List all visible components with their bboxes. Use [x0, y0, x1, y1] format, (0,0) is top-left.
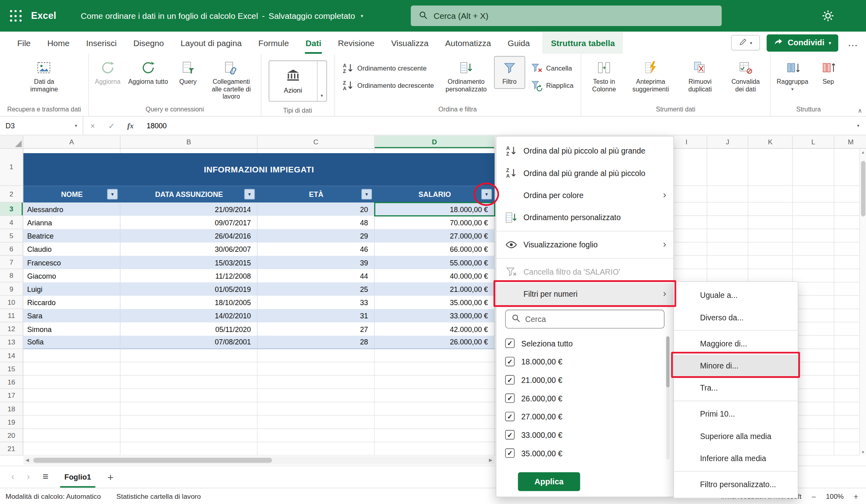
- ribbon-tab-automatizza[interactable]: Automatizza: [437, 32, 499, 54]
- column-header-a[interactable]: A: [23, 136, 120, 148]
- cell[interactable]: 66.000,00 €: [375, 243, 495, 256]
- riapplica-button[interactable]: Riapplica: [527, 78, 577, 93]
- filtro-button[interactable]: Filtro: [494, 56, 525, 89]
- filter-value-35-000-00[interactable]: ✓35.000,00 €: [505, 444, 673, 462]
- ribbon-tab-formule[interactable]: Formule: [250, 32, 297, 54]
- ribbon-tab-file[interactable]: File: [9, 32, 39, 54]
- row-header-13[interactable]: 13: [0, 336, 23, 349]
- cell[interactable]: 44: [258, 269, 375, 282]
- search-box[interactable]: Cerca (Alt + X): [411, 6, 722, 26]
- next-sheet-icon[interactable]: ›: [21, 472, 36, 483]
- ribbon-tab-struttura-tabella[interactable]: Struttura tabella: [543, 32, 623, 54]
- row-header-15[interactable]: 15: [0, 362, 23, 376]
- cell[interactable]: 31: [258, 309, 375, 322]
- filter-value-18-000-00[interactable]: ✓18.000,00 €: [505, 352, 673, 371]
- vertical-scrollbar[interactable]: ▲ ▼: [859, 149, 866, 455]
- row-header-18[interactable]: 18: [0, 402, 23, 415]
- scroll-down-icon[interactable]: ▼: [860, 450, 866, 454]
- collegamenti-alle-cartelle-di-lavoro-button[interactable]: Collegamenti alle cartelle di lavoro: [205, 56, 258, 104]
- cell[interactable]: Giacomo: [23, 269, 120, 282]
- name-box[interactable]: D3▾: [0, 117, 83, 135]
- vertical-scroll-thumb[interactable]: [861, 161, 866, 216]
- select-all-button[interactable]: [0, 136, 23, 148]
- checkbox-checked[interactable]: ✓: [505, 375, 515, 385]
- submenu-item-minore-di[interactable]: Minore di...: [674, 354, 798, 376]
- more-options-button[interactable]: …: [845, 36, 860, 49]
- row-header-17[interactable]: 17: [0, 389, 23, 402]
- row-header-7[interactable]: 7: [0, 256, 23, 269]
- filter-list-scrollbar[interactable]: [666, 336, 669, 459]
- collapse-ribbon-icon[interactable]: ∧: [858, 107, 862, 114]
- cell[interactable]: 09/07/2017: [120, 216, 258, 229]
- row-header-21[interactable]: 21: [0, 442, 23, 455]
- cancella-button[interactable]: Cancella: [527, 61, 577, 76]
- submenu-item-diverso-da[interactable]: Diverso da...: [674, 306, 798, 328]
- cell[interactable]: Alessandro: [23, 202, 120, 216]
- filter-search-input[interactable]: [525, 315, 658, 324]
- workbook-stats-button[interactable]: Statistiche cartella di lavoro: [116, 492, 201, 500]
- zoom-level[interactable]: 100%: [826, 492, 844, 500]
- app-launcher-button[interactable]: [0, 0, 31, 32]
- cell[interactable]: 42.000,00 €: [375, 322, 495, 336]
- cell[interactable]: Sara: [23, 309, 120, 322]
- zoom-out-button[interactable]: −: [811, 492, 816, 501]
- submenu-item-superiore-alla-media[interactable]: Superiore alla media: [674, 425, 798, 447]
- ribbon-tab-layout-di-pagina[interactable]: Layout di pagina: [172, 32, 250, 54]
- apply-filter-button[interactable]: Applica: [518, 472, 580, 491]
- row-header-3[interactable]: 3: [0, 202, 23, 216]
- cell[interactable]: 70.000,00 €: [375, 216, 495, 229]
- gallery-item[interactable]: Azioni: [269, 61, 317, 101]
- cell[interactable]: 18/10/2005: [120, 296, 258, 309]
- rimuovi-duplicati-button[interactable]: Rimuovi duplicati: [677, 56, 723, 96]
- filter-search-box[interactable]: [505, 310, 664, 328]
- gallery-dropdown-arrow[interactable]: ▾: [317, 61, 327, 101]
- ribbon-tab-dati[interactable]: Dati: [297, 32, 330, 54]
- sheet-tab-foglio1[interactable]: Foglio1: [55, 466, 100, 488]
- column-header-c[interactable]: C: [258, 136, 375, 148]
- checkbox-checked[interactable]: ✓: [505, 357, 515, 366]
- cell[interactable]: Riccardo: [23, 296, 120, 309]
- row-header-12[interactable]: 12: [0, 322, 23, 336]
- row-header-1[interactable]: 1: [0, 149, 23, 186]
- checkbox-checked[interactable]: ✓: [505, 448, 515, 458]
- add-sheet-button[interactable]: +: [101, 471, 120, 483]
- cell[interactable]: 28: [258, 336, 375, 349]
- cell[interactable]: 01/05/2019: [120, 282, 258, 296]
- filter-value-21-000-00[interactable]: ✓21.000,00 €: [505, 371, 673, 389]
- scroll-left-icon[interactable]: ◀: [26, 458, 29, 463]
- cell[interactable]: 05/11/2020: [120, 322, 258, 336]
- cell[interactable]: 07/08/2001: [120, 336, 258, 349]
- cell[interactable]: 33.000,00 €: [375, 309, 495, 322]
- cell[interactable]: 14/02/2010: [120, 309, 258, 322]
- filter-dropdown-salario[interactable]: ▾: [481, 189, 492, 199]
- row-header-19[interactable]: 19: [0, 416, 23, 429]
- checkbox-checked[interactable]: ✓: [505, 430, 515, 440]
- azioni-gallery[interactable]: Azioni▾: [268, 61, 327, 101]
- row-header-20[interactable]: 20: [0, 429, 23, 442]
- cell[interactable]: 39: [258, 256, 375, 269]
- menu-item-ordina-dal-pi-piccolo-al-pi-grande[interactable]: AZOrdina dal più piccolo al più grande: [496, 140, 673, 162]
- ribbon-tab-inserisci[interactable]: Inserisci: [78, 32, 125, 54]
- cell[interactable]: Francesco: [23, 256, 120, 269]
- row-header-5[interactable]: 5: [0, 229, 23, 243]
- expand-formula-bar-icon[interactable]: ▾: [850, 123, 866, 128]
- row-header-11[interactable]: 11: [0, 309, 23, 322]
- aggiorna-tutto-button[interactable]: Aggiorna tutto: [125, 56, 171, 89]
- filter-list-scroll-thumb[interactable]: [666, 336, 669, 387]
- cell[interactable]: 25: [258, 282, 375, 296]
- app-name[interactable]: Excel: [31, 10, 57, 22]
- sep-button[interactable]: Sep: [813, 56, 844, 89]
- cell[interactable]: 26.000,00 €: [375, 336, 495, 349]
- cell[interactable]: Claudio: [23, 243, 120, 256]
- column-header-m[interactable]: M: [834, 136, 866, 148]
- column-header-j[interactable]: J: [707, 136, 748, 148]
- testo-in-colonne-button[interactable]: Testo in Colonne: [584, 56, 624, 96]
- filter-dropdown-nome[interactable]: ▾: [107, 189, 118, 199]
- cell[interactable]: 11/12/2008: [120, 269, 258, 282]
- cell[interactable]: Arianna: [23, 216, 120, 229]
- menu-item-visualizzazione-foglio[interactable]: Visualizzazione foglio›: [496, 234, 673, 256]
- submenu-item-maggiore-di[interactable]: Maggiore di...: [674, 332, 798, 354]
- filter-dropdown-data-assunzione[interactable]: ▾: [244, 189, 255, 199]
- cell[interactable]: 33: [258, 296, 375, 309]
- scroll-right-icon[interactable]: ▶: [489, 458, 493, 463]
